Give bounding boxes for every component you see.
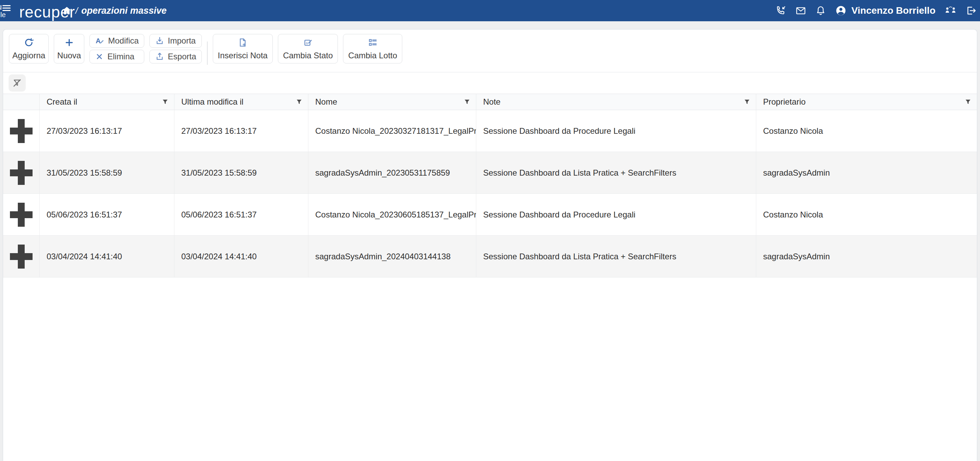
edit-box-icon: a (303, 37, 313, 48)
filter-funnel-icon[interactable] (964, 98, 972, 106)
cell-proprietario: Costanzo Nicola (756, 110, 977, 152)
cell-creata-il: 27/03/2023 16:13:17 (40, 110, 174, 152)
cell-proprietario: sagradaSysAdmin (756, 236, 977, 277)
breadcrumb: / operazioni massive (62, 0, 167, 21)
esporta-label: Esporta (168, 52, 196, 61)
switch-user-icon[interactable] (944, 5, 957, 16)
plus-icon (10, 244, 33, 269)
cell-note: Sessione Dashboard da Procedure Legali (476, 194, 756, 235)
import-icon (155, 36, 164, 46)
filter-off-icon (12, 78, 22, 88)
filter-funnel-icon[interactable] (295, 98, 303, 106)
nuova-button[interactable]: Nuova (54, 34, 84, 64)
aggiorna-button[interactable]: Aggiorna (9, 34, 49, 64)
cell-ultima-modifica: 03/04/2024 14:41:40 (174, 236, 309, 277)
cell-creata-il: 31/05/2023 15:58:59 (40, 152, 174, 193)
importa-label: Importa (168, 36, 196, 46)
filter-funnel-icon[interactable] (161, 98, 169, 106)
sidebar-fragment-top: u (0, 2, 2, 12)
cell-ultima-modifica: 27/03/2023 16:13:17 (174, 110, 309, 152)
user-name[interactable]: Vincenzo Borriello (851, 5, 935, 16)
header-ultima-modifica-il[interactable]: Ultima modifica il (174, 94, 309, 110)
aggiorna-label: Aggiorna (12, 51, 45, 61)
cell-note: Sessione Dashboard da Procedure Legali (476, 110, 756, 152)
logout-icon[interactable] (966, 5, 977, 16)
cambia-stato-label: Cambia Stato (283, 51, 333, 61)
cell-ultima-modifica: 31/05/2023 15:58:59 (174, 152, 309, 193)
cell-ultima-modifica: 05/06/2023 16:51:37 (174, 194, 309, 235)
plus-icon (10, 203, 33, 227)
inserisci-nota-label: Inserisci Nota (218, 51, 267, 61)
cell-creata-il: 05/06/2023 16:51:37 (40, 194, 174, 235)
phone-incoming-icon[interactable] (775, 5, 786, 16)
header-note[interactable]: Note (476, 94, 756, 110)
toolbar-divider (207, 41, 208, 65)
app-header: u le recuper / operazioni massive (0, 0, 980, 21)
home-icon[interactable] (62, 5, 72, 16)
svg-text:A: A (96, 37, 101, 45)
importa-button[interactable]: Importa (150, 34, 202, 48)
toolbar: Aggiorna Nuova A Modifica Elimina (3, 29, 977, 72)
table-row[interactable]: 03/04/2024 14:41:40 03/04/2024 14:41:40 … (3, 236, 977, 278)
grid-header-row: Creata il Ultima modifica il Nome Note P… (3, 94, 977, 110)
elimina-label: Elimina (107, 52, 134, 61)
export-icon (155, 52, 164, 61)
importa-esporta-group: Importa Esporta (150, 34, 202, 64)
cell-nome: sagradaSysAdmin_20230531175859 (309, 152, 476, 193)
edit-icon: A (95, 36, 105, 46)
header-nome[interactable]: Nome (309, 94, 476, 110)
filter-funnel-icon[interactable] (463, 98, 471, 106)
mail-icon[interactable] (795, 5, 806, 16)
nuova-label: Nuova (57, 51, 81, 61)
header-expander-col (3, 94, 40, 110)
cell-nome: sagradaSysAdmin_20240403144138 (309, 236, 476, 277)
cell-note: Sessione Dashboard da Lista Pratica + Se… (476, 152, 756, 193)
row-expand-button[interactable] (3, 110, 40, 152)
esporta-button[interactable]: Esporta (150, 50, 202, 64)
clear-filters-button[interactable] (9, 75, 26, 92)
cell-nome: Costanzo Nicola_20230605185137_LegalProc… (309, 194, 476, 235)
row-expand-button[interactable] (3, 152, 40, 193)
cell-proprietario: sagradaSysAdmin (756, 152, 977, 193)
cell-note: Sessione Dashboard da Lista Pratica + Se… (476, 236, 756, 277)
header-creata-il[interactable]: Creata il (40, 94, 174, 110)
row-expand-button[interactable] (3, 194, 40, 235)
header-proprietario[interactable]: Proprietario (756, 94, 977, 110)
user-avatar-icon[interactable] (835, 5, 847, 16)
table-row[interactable]: 05/06/2023 16:51:37 05/06/2023 16:51:37 … (3, 194, 977, 236)
menu-icon[interactable] (2, 5, 11, 11)
note-plus-icon (237, 37, 248, 48)
modifica-elimina-group: A Modifica Elimina (89, 34, 144, 64)
sidebar-fragment-bottom: le (0, 11, 6, 19)
cell-proprietario: Costanzo Nicola (756, 194, 977, 235)
cell-creata-il: 03/04/2024 14:41:40 (40, 236, 174, 277)
plus-icon (10, 161, 33, 185)
table-row[interactable]: 27/03/2023 16:13:17 27/03/2023 16:13:17 … (3, 110, 977, 152)
filter-bar (3, 72, 977, 94)
plus-icon (10, 119, 33, 143)
cambia-stato-button[interactable]: a Cambia Stato (278, 34, 338, 64)
cambia-lotto-button[interactable]: Cambia Lotto (343, 34, 402, 64)
data-grid: Creata il Ultima modifica il Nome Note P… (3, 94, 977, 278)
cell-nome: Costanzo Nicola_20230327181317_LegalProc… (309, 110, 476, 152)
inserisci-nota-button[interactable]: Inserisci Nota (213, 34, 273, 64)
cambia-lotto-label: Cambia Lotto (348, 51, 397, 61)
svg-text:a: a (305, 41, 308, 45)
breadcrumb-current: operazioni massive (81, 5, 167, 16)
breadcrumb-separator: / (75, 5, 78, 16)
table-row[interactable]: 31/05/2023 15:58:59 31/05/2023 15:58:59 … (3, 152, 977, 194)
content-card: Aggiorna Nuova A Modifica Elimina (3, 29, 977, 461)
filter-funnel-icon[interactable] (743, 98, 751, 106)
notifications-bell-icon[interactable] (815, 5, 826, 16)
elimina-button[interactable]: Elimina (89, 50, 144, 64)
modifica-button[interactable]: A Modifica (89, 34, 144, 48)
sidebar-edge-fragment: u le (0, 0, 12, 21)
x-icon (95, 52, 104, 61)
modifica-label: Modifica (108, 36, 138, 46)
row-expand-button[interactable] (3, 236, 40, 277)
list-icon (368, 37, 378, 48)
header-actions: Vincenzo Borriello (775, 0, 977, 21)
